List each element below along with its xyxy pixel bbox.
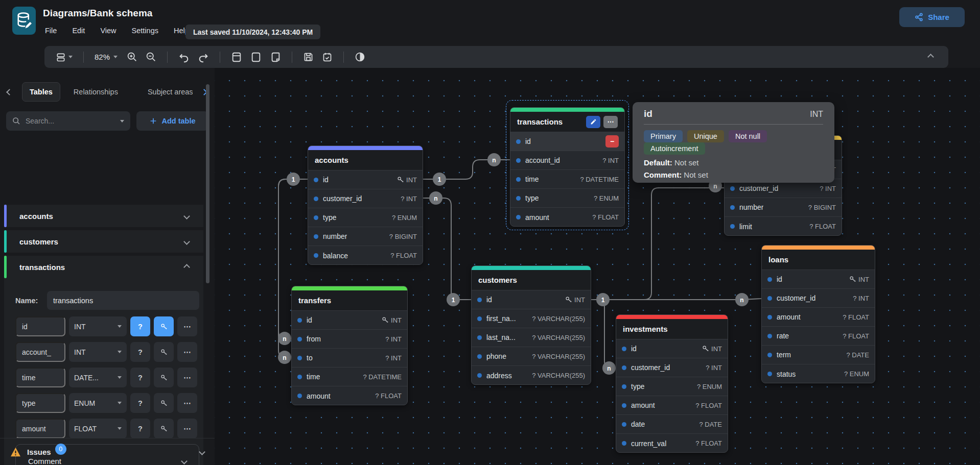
field-nullable-button[interactable]: ? — [130, 419, 150, 438]
menu-file[interactable]: File — [45, 27, 57, 35]
canvas-table-accounts[interactable]: accountsidINTcustomer_id? INTtype? ENUMn… — [308, 145, 423, 265]
field-type-select[interactable]: FLOAT — [69, 419, 127, 438]
tabs-scroll-left-icon[interactable] — [6, 89, 13, 95]
sidebar-table-item-transactions[interactable]: transactions — [4, 256, 203, 278]
issues-bar[interactable]: Issues 0 — [0, 438, 215, 465]
sidebar-scrollbar[interactable] — [206, 84, 209, 283]
field-name-input[interactable] — [15, 419, 65, 438]
share-button[interactable]: Share — [899, 7, 965, 27]
table-field-row[interactable]: phone? VARCHAR(255) — [472, 347, 591, 366]
field-more-button[interactable]: ⋯ — [177, 316, 197, 336]
toolbar-collapse-icon[interactable] — [927, 54, 934, 60]
field-nullable-button[interactable]: ? — [130, 393, 150, 413]
table-field-row[interactable]: customer_id? INT — [762, 289, 875, 308]
table-name-input[interactable] — [47, 291, 199, 310]
add-table-button[interactable]: Add table — [136, 111, 208, 131]
search-caret-icon[interactable] — [120, 120, 124, 123]
add-area-icon[interactable] — [250, 52, 262, 63]
table-field-row[interactable]: amount? FLOAT — [616, 396, 728, 415]
sidebar-table-item-customers[interactable]: customers — [4, 230, 203, 253]
field-type-select[interactable]: INT — [69, 316, 127, 336]
table-field-row[interactable]: id− — [510, 132, 624, 151]
field-name-input[interactable] — [15, 342, 65, 362]
canvas-table-customers[interactable]: customersidINTfirst_na...? VARCHAR(255)l… — [471, 265, 591, 385]
table-field-row[interactable]: number? BIGINT — [308, 227, 423, 246]
table-field-row[interactable]: customer_id? INT — [616, 358, 728, 377]
table-field-row[interactable]: account_id? INT — [510, 151, 624, 170]
expand-chevron-icon[interactable] — [183, 238, 190, 245]
table-field-row[interactable]: current_val? FLOAT — [616, 434, 728, 453]
table-field-row[interactable]: term? DATE — [762, 346, 875, 364]
table-field-row[interactable]: type? ENUM — [510, 189, 624, 208]
table-title-row[interactable]: accounts — [308, 150, 423, 170]
search-box[interactable] — [6, 111, 130, 131]
table-field-row[interactable]: amount? FLOAT — [510, 208, 624, 227]
table-field-row[interactable]: status? ENUM — [762, 364, 875, 383]
more-options-button[interactable]: ⋯ — [603, 116, 618, 128]
table-field-row[interactable]: from? INT — [292, 330, 407, 349]
expand-chevron-icon[interactable] — [183, 213, 190, 219]
field-more-button[interactable]: ⋯ — [177, 368, 197, 387]
zoom-level[interactable]: 82% — [95, 53, 110, 61]
field-nullable-button[interactable]: ? — [130, 316, 150, 336]
redo-icon[interactable] — [198, 52, 209, 63]
table-field-row[interactable]: type? ENUM — [308, 208, 423, 227]
table-field-row[interactable]: limit? FLOAT — [725, 217, 842, 236]
field-name-input[interactable] — [15, 368, 65, 387]
theme-contrast-icon[interactable] — [355, 52, 365, 62]
add-note-icon[interactable] — [270, 52, 281, 63]
field-name-input[interactable] — [15, 393, 65, 413]
save-icon[interactable] — [303, 52, 314, 62]
table-field-row[interactable]: to? INT — [292, 349, 407, 368]
expand-chevron-icon[interactable] — [183, 264, 190, 271]
layout-toggle-icon[interactable] — [56, 52, 73, 62]
table-field-row[interactable]: number? BIGINT — [725, 198, 842, 217]
field-type-select[interactable]: INT — [69, 342, 127, 362]
tab-relationships[interactable]: Relationships — [66, 83, 125, 101]
table-field-row[interactable]: first_na...? VARCHAR(255) — [472, 309, 591, 328]
menu-edit[interactable]: Edit — [72, 27, 85, 35]
table-field-row[interactable]: time? DATETIME — [510, 170, 624, 189]
table-field-row[interactable]: last_na...? VARCHAR(255) — [472, 328, 591, 347]
table-field-row[interactable]: idINT — [308, 170, 423, 189]
table-field-row[interactable]: rate? FLOAT — [762, 327, 875, 346]
field-nullable-button[interactable]: ? — [130, 342, 150, 362]
add-table-icon[interactable] — [231, 52, 242, 63]
sidebar-table-item-accounts[interactable]: accounts — [4, 205, 203, 227]
undo-icon[interactable] — [178, 52, 190, 63]
edit-pencil-button[interactable] — [586, 116, 600, 128]
diagram-title[interactable]: Diagrams/Bank schema — [43, 8, 152, 19]
field-more-button[interactable]: ⋯ — [177, 393, 197, 413]
table-field-row[interactable]: idINT — [292, 311, 407, 330]
remove-field-button[interactable]: − — [605, 135, 619, 148]
table-field-row[interactable]: amount? FLOAT — [292, 386, 407, 405]
field-type-select[interactable]: ENUM — [69, 393, 127, 413]
field-key-button[interactable] — [154, 316, 174, 336]
canvas-table-loans[interactable]: loansidINTcustomer_id? INTamount? FLOATr… — [761, 245, 875, 383]
table-field-row[interactable]: date? DATE — [616, 415, 728, 434]
field-more-button[interactable]: ⋯ — [177, 342, 197, 362]
table-field-row[interactable]: time? DATETIME — [292, 368, 407, 386]
table-field-row[interactable]: balance? FLOAT — [308, 246, 423, 265]
menu-settings[interactable]: Settings — [132, 27, 158, 35]
table-field-row[interactable]: idINT — [762, 270, 875, 289]
zoom-in-icon[interactable] — [127, 52, 137, 62]
table-field-row[interactable]: idINT — [472, 290, 591, 309]
table-title-row[interactable]: transfers — [292, 290, 407, 311]
field-type-select[interactable]: DATE... — [69, 368, 127, 387]
zoom-caret-icon[interactable] — [113, 56, 118, 58]
issues-collapse-icon[interactable] — [199, 449, 205, 455]
menu-view[interactable]: View — [100, 27, 116, 35]
canvas-table-investments[interactable]: investmentsidINTcustomer_id? INTtype? EN… — [616, 314, 728, 453]
app-logo-icon[interactable] — [12, 7, 36, 35]
field-key-button[interactable] — [154, 393, 174, 413]
canvas-table-transfers[interactable]: transfersidINTfrom? INTto? INTtime? DATE… — [291, 286, 408, 405]
tab-subject-areas[interactable]: Subject areas — [141, 83, 193, 101]
table-title-row[interactable]: transactions⋯ — [510, 112, 624, 132]
field-name-input[interactable] — [15, 316, 65, 336]
table-title-row[interactable]: investments — [616, 319, 728, 339]
field-nullable-button[interactable]: ? — [130, 368, 150, 387]
table-field-row[interactable]: amount? FLOAT — [762, 308, 875, 327]
table-field-row[interactable]: idINT — [616, 339, 728, 358]
field-key-button[interactable] — [154, 368, 174, 387]
